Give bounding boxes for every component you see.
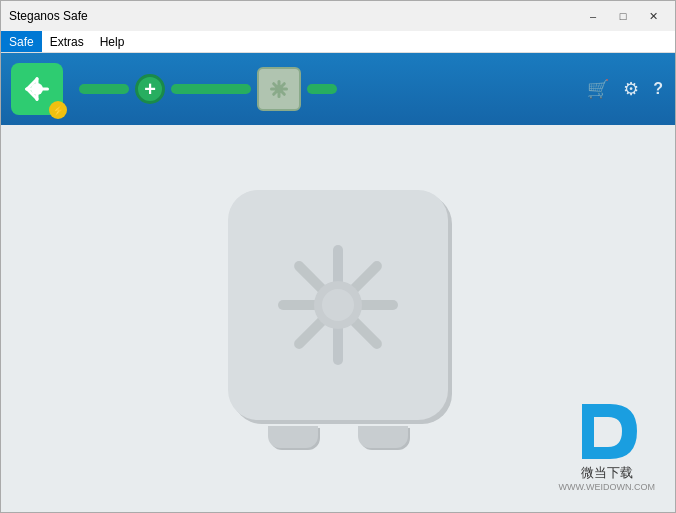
vault-wheel <box>273 240 403 370</box>
progress-right-2 <box>307 84 337 94</box>
menu-item-help[interactable]: Help <box>92 31 133 52</box>
cart-icon[interactable]: 🛒 <box>587 78 609 100</box>
toolbar-right-icons: 🛒 ⚙ ? <box>587 78 663 100</box>
window-title: Steganos Safe <box>9 9 579 23</box>
vault-feet <box>268 426 408 448</box>
settings-icon[interactable]: ⚙ <box>623 78 639 100</box>
safe-item: ⚡ <box>11 63 63 115</box>
progress-right <box>171 84 251 94</box>
lightning-badge: ⚡ <box>49 101 67 119</box>
svg-point-19 <box>322 289 354 321</box>
menu-item-extras[interactable]: Extras <box>42 31 92 52</box>
toolbar: ⚡ + 🛒 <box>1 53 675 125</box>
menu-item-safe[interactable]: Safe <box>1 31 42 52</box>
safe-icon-button[interactable]: ⚡ <box>11 63 63 115</box>
watermark-brand: 微当下载 <box>581 464 633 482</box>
vault-illustration <box>228 190 448 448</box>
progress-area: + <box>71 67 665 111</box>
vault-wheel-svg <box>273 240 403 370</box>
help-icon[interactable]: ? <box>653 80 663 98</box>
menu-bar: Safe Extras Help <box>1 31 675 53</box>
window-controls: – □ ✕ <box>579 5 667 27</box>
watermark-logo-svg <box>572 399 642 464</box>
watermark-url: WWW.WEIDOWN.COM <box>559 482 655 492</box>
vault-foot-left <box>268 426 318 448</box>
main-content: 微当下载 WWW.WEIDOWN.COM <box>1 125 675 512</box>
vault-toolbar-item[interactable] <box>257 67 301 111</box>
add-button[interactable]: + <box>135 74 165 104</box>
maximize-button[interactable]: □ <box>609 5 637 27</box>
watermark: 微当下载 WWW.WEIDOWN.COM <box>559 399 655 492</box>
vault-foot-right <box>358 426 408 448</box>
main-window: Steganos Safe – □ ✕ Safe Extras Help <box>0 0 676 513</box>
star-icon <box>23 75 51 103</box>
vault-body <box>228 190 448 420</box>
progress-left <box>79 84 129 94</box>
close-button[interactable]: ✕ <box>639 5 667 27</box>
vault-gear-icon <box>267 77 291 101</box>
title-bar: Steganos Safe – □ ✕ <box>1 1 675 31</box>
minimize-button[interactable]: – <box>579 5 607 27</box>
